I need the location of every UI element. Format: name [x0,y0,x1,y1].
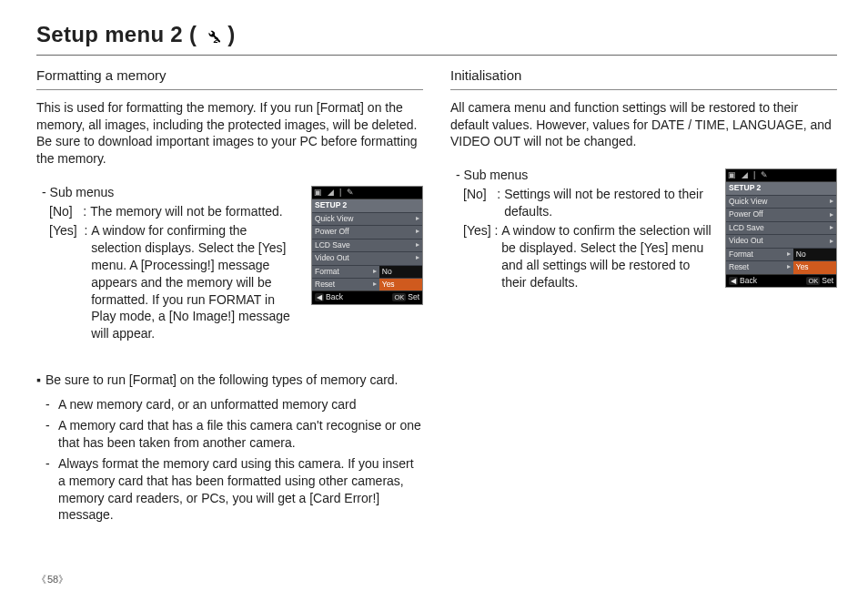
camera-icon: ▣ [314,188,322,197]
left-intro: This is used for formatting the memory. … [36,99,423,168]
chevron-right-icon: ▸ [373,267,377,277]
left-lcd-screenshot: ▣ ◢ | ✎ SETUP 2 Quick View▸ Power Off▸ L… [311,186,423,305]
lcd-title: SETUP 2 [726,182,836,194]
title-suffix: ) [227,20,235,49]
lcd-row: LCD Save▸ [312,239,422,251]
lcd-tab-icons: ▣ ◢ | ✎ [312,187,422,199]
right-intro: All camera menu and function settings wi… [450,99,837,151]
right-submenus-label: - Sub menus [456,167,712,184]
ok-key-icon: OK [392,293,406,301]
lcd-row-reset: Reset▸Yes [726,260,836,273]
setup-icon: ✎ [347,188,354,197]
option-key: [Yes] : [49,222,91,342]
left-heading: Formatting a memory [36,66,423,85]
chevron-right-icon: ▸ [416,240,419,250]
page-number: 《58》 [36,573,69,586]
left-rule [36,89,423,90]
chevron-right-icon: ▸ [416,253,419,263]
option-desc: The memory will not be formatted. [90,203,298,220]
left-option-no: [No] : The memory will not be formatted. [49,203,298,220]
title-rule [36,55,837,56]
right-column: Initialisation All camera menu and funct… [450,66,837,527]
chevron-right-icon: ▸ [830,210,833,220]
chevron-right-icon: ▸ [373,280,377,290]
svg-text:2: 2 [213,36,218,45]
lcd-row: Power Off▸ [312,225,422,238]
chevron-right-icon: ▸ [830,237,833,247]
note-lead-text: Be sure to run [Format] on the following… [45,372,399,389]
bullet-item: -A memory card that has a file this came… [45,417,423,452]
lcd-title: SETUP 2 [312,199,422,211]
sound-icon: ◢ [328,188,334,197]
title-prefix: Setup menu 2 ( [36,20,197,49]
right-heading: Initialisation [450,66,837,85]
right-lcd-screenshot: ▣ ◢ | ✎ SETUP 2 Quick View▸ Power Off▸ L… [725,168,837,288]
back-key-icon: ◀ [729,277,738,285]
lcd-footer: ◀Back OKSet [312,290,422,303]
option-key: [No] : [463,186,504,220]
option-desc: A window for confirming the selection di… [91,222,298,342]
option-desc: Settings will not be restored to their d… [504,186,712,220]
chevron-right-icon: ▸ [787,250,791,260]
square-bullet-icon: ▪ [36,372,45,389]
bullet-item: -Always format the memory card using thi… [45,455,423,525]
back-key-icon: ◀ [315,293,324,301]
divider-icon: | [339,188,341,197]
lcd-row-format: Format▸No [726,248,836,260]
lcd-row-format: Format▸No [312,265,422,278]
bullet-item: -A new memory card, or an unformatted me… [45,396,423,413]
left-column: Formatting a memory This is used for for… [36,66,423,527]
option-desc: A window to confirm the selection will b… [501,222,712,291]
chevron-right-icon: ▸ [787,262,791,272]
chevron-right-icon: ▸ [416,227,419,237]
lcd-row-reset: Reset▸Yes [312,278,422,290]
page-title: Setup menu 2 ( 2 ) [36,20,837,49]
lcd-row: Quick View▸ [726,195,836,208]
right-option-yes: [Yes] : A window to confirm the selectio… [463,222,712,291]
option-key: [Yes] : [463,222,501,291]
left-option-yes: [Yes] : A window for confirming the sele… [49,222,298,342]
sound-icon: ◢ [742,171,748,179]
note-lead: ▪ Be sure to run [Format] on the followi… [36,372,423,389]
wrench-2-icon: 2 [202,25,222,45]
lcd-footer: ◀Back OKSet [726,274,836,287]
chevron-right-icon: ▸ [416,214,419,224]
camera-icon: ▣ [728,171,736,179]
lcd-row: Video Out▸ [726,234,836,247]
right-option-no: [No] : Settings will not be restored to … [463,186,712,220]
lcd-row: Quick View▸ [312,212,422,225]
left-submenus-label: - Sub menus [42,184,298,201]
ok-key-icon: OK [806,277,820,285]
lcd-row: LCD Save▸ [726,221,836,234]
divider-icon: | [753,171,755,179]
right-rule [450,89,837,90]
lcd-row: Power Off▸ [726,208,836,220]
option-key: [No] : [49,203,90,220]
chevron-right-icon: ▸ [830,197,833,207]
chevron-right-icon: ▸ [830,223,833,233]
setup-icon: ✎ [761,171,768,179]
lcd-row: Video Out▸ [312,251,422,264]
lcd-tab-icons: ▣ ◢ | ✎ [726,169,836,182]
